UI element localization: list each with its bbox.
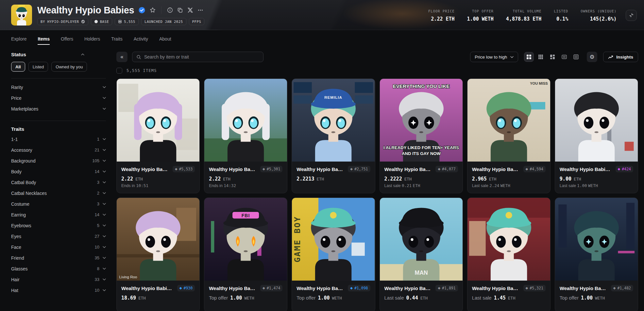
rarity-rank-badge: ◆ #2,751 (348, 166, 370, 172)
status-option-listed[interactable]: Listed (28, 62, 48, 72)
settings-gear-icon[interactable]: ⚙ (587, 52, 597, 62)
view-grid-small-button[interactable] (536, 52, 546, 62)
sub-value: 1.00 (577, 183, 587, 188)
twitter-x-icon[interactable] (187, 7, 193, 13)
view-compact-button[interactable] (571, 52, 581, 62)
status-option-all[interactable]: All (11, 62, 25, 72)
rarity-rank-badge: ◆ #930 (177, 285, 195, 291)
view-list-button[interactable] (559, 52, 569, 62)
badge-label: BASE (100, 20, 109, 24)
search-bar[interactable] (132, 52, 263, 62)
price-row: Top offer 1.00 WETH (297, 295, 370, 301)
nft-card[interactable]: MAN Wealthy Hypio Babie... ◆ #1,891 Last… (380, 198, 463, 311)
chevron-down-icon (103, 160, 106, 162)
trait-filter-body[interactable]: Body14 (11, 166, 106, 177)
price-value: 2.965 (472, 176, 487, 182)
trait-filter-eyes[interactable]: Eyes27 (11, 231, 106, 242)
nft-card[interactable]: YOU MISS Wealthy Hypio Babie... ◆ #4,594… (467, 78, 551, 193)
nft-card[interactable]: Wealthy Hypio Babie... ◆ #5,321 Last sal… (467, 198, 551, 311)
view-grid-large-button[interactable] (524, 52, 534, 62)
nft-card[interactable]: FBI Wealthy Hypio Babie... ◆ #1,474 Top … (204, 198, 287, 311)
tab-offers[interactable]: Offers (61, 30, 73, 48)
collection-identity: Wealthy Hypio Babies (11, 5, 204, 26)
price-value: 2.22 (209, 176, 221, 182)
chevron-down-icon (103, 203, 106, 205)
collection-badge-5-555: 5,555 (115, 18, 139, 25)
trait-filter-hat[interactable]: Hat10 (11, 285, 106, 296)
favorite-star-icon[interactable] (150, 7, 156, 13)
price-value: 2.2222 (384, 176, 402, 182)
trait-filter-eyebrows[interactable]: Eyebrows5 (11, 220, 106, 231)
price-currency: ETH (574, 177, 581, 181)
rank-number: #1,474 (267, 286, 280, 290)
trait-count: 8 (97, 266, 99, 271)
nft-artwork: REMILIA (292, 79, 375, 162)
collapse-header-button[interactable] (626, 10, 637, 21)
search-input[interactable] (144, 54, 259, 60)
price-row: 2.2213 ETH (297, 176, 370, 182)
price-row: Top offer 1.00 WETH (560, 295, 633, 301)
trait-filter-accessory[interactable]: Accessory21 (11, 145, 106, 155)
stat-top-offer: TOP OFFER1.00 WETH (467, 9, 494, 22)
status-option-owned-by-you[interactable]: Owned by you (51, 62, 87, 72)
filter-price[interactable]: Price (11, 93, 106, 103)
trait-count: 35 (95, 255, 99, 260)
trait-count: 10 (95, 245, 99, 250)
rarity-rank-badge: ◆ #1,482 (611, 285, 633, 291)
trait-filter-costume[interactable]: Costume3 (11, 199, 106, 209)
nft-card[interactable]: Living Roo Wealthy Hypio Babies 1... ◆ #… (116, 198, 200, 311)
tab-holders[interactable]: Holders (84, 30, 100, 48)
trait-count: 14 (95, 169, 99, 174)
tab-items[interactable]: Items (38, 30, 50, 48)
sub-currency: ETH (413, 183, 420, 188)
more-menu-icon[interactable] (197, 7, 203, 13)
trait-label: Friend (11, 255, 24, 261)
trait-filter-background[interactable]: Background105 (11, 155, 106, 166)
nft-card[interactable]: Wealthy Hypio Babie... ◆ #5,533 2.22 ETH… (116, 78, 200, 193)
sort-dropdown[interactable]: Price low to high (470, 52, 518, 62)
nft-card[interactable]: EVERYTHING YOU LIKEI ALREADY LIKED FOR T… (380, 78, 463, 193)
trait-filter-earring[interactable]: Earring14 (11, 209, 106, 220)
trait-count: 14 (95, 212, 99, 217)
info-icon[interactable] (167, 7, 173, 13)
rarity-rank-badge: ◆ #5,321 (523, 285, 546, 291)
nft-image: REMILIA (292, 79, 375, 162)
svg-text:AND ITS GAY NOW: AND ITS GAY NOW (402, 151, 441, 156)
nft-image (117, 79, 199, 162)
insights-button[interactable]: Insights (603, 52, 638, 62)
nft-card[interactable]: GAME BOY Wealthy Hypio Babie... ◆ #1,098… (292, 198, 375, 311)
trait-filter-catbal-necklaces[interactable]: Catbal Necklaces2 (11, 188, 106, 199)
trait-filter-catbal-body[interactable]: Catbal Body3 (11, 177, 106, 188)
copy-icon[interactable] (177, 7, 183, 13)
tab-activity[interactable]: Activity (134, 30, 148, 48)
trait-filter-friend[interactable]: Friend35 (11, 252, 106, 263)
trait-filter-glasses[interactable]: Glasses8 (11, 263, 106, 274)
trait-count: 5 (97, 223, 99, 228)
status-section-header[interactable]: Status (11, 52, 84, 57)
tab-traits[interactable]: Traits (111, 30, 122, 48)
chevron-down-icon (103, 246, 106, 248)
trait-filter-face[interactable]: Face10 (11, 242, 106, 252)
filter-label: Marketplaces (11, 106, 38, 112)
collapse-sidebar-button[interactable]: « (116, 52, 127, 62)
filter-marketplaces[interactable]: Marketplaces (11, 103, 106, 114)
tab-about[interactable]: About (159, 30, 171, 48)
nft-card[interactable]: Wealthy Hypio Babie... ◆ #1,482 Top offe… (555, 198, 638, 311)
nft-card[interactable]: Wealthy Hypio Babie... ◆ #5,301 2.22 ETH… (204, 78, 287, 193)
price-row: 18.69 ETH (121, 295, 195, 301)
view-masonry-button[interactable] (548, 52, 557, 62)
trait-count: 3 (97, 180, 99, 185)
search-icon (136, 55, 141, 60)
trait-filter-1-1[interactable]: 1-11 (11, 134, 106, 145)
trait-filter-hair[interactable]: Hair33 (11, 274, 106, 285)
trending-up-icon (608, 55, 614, 59)
nft-card[interactable]: Wealthy Hypio Babies 5... ◆ #424 9.00 ET… (555, 78, 638, 193)
trait-label: Costume (11, 201, 29, 207)
filter-rarity[interactable]: Rarity (11, 82, 106, 93)
nft-card[interactable]: REMILIA Wealthy Hypio Babie... ◆ #2,751 … (292, 78, 375, 193)
select-all-checkbox[interactable] (116, 68, 122, 74)
tab-explore[interactable]: Explore (11, 30, 26, 48)
price-value: 1.45 (494, 295, 506, 301)
collection-avatar[interactable] (11, 5, 32, 26)
sub-prefix: Ends in (121, 183, 136, 188)
